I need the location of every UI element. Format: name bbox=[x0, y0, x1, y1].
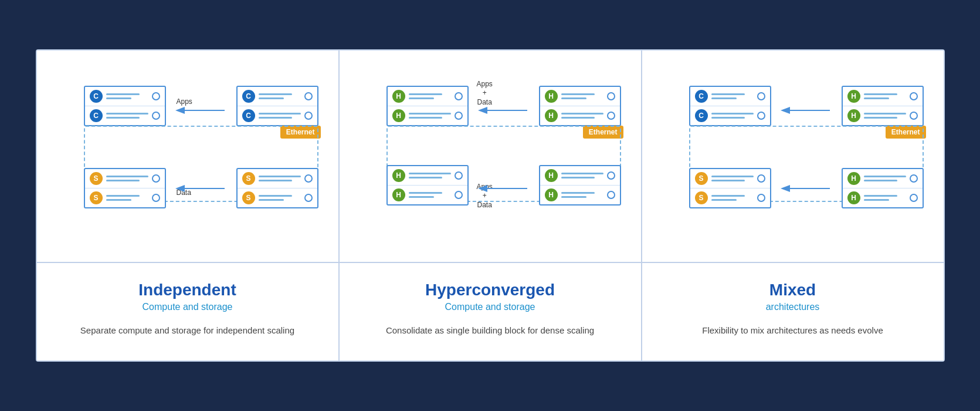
server-row: H bbox=[540, 166, 620, 186]
server-row: S bbox=[238, 169, 317, 188]
independent-title: Independent bbox=[49, 281, 327, 299]
node-h: H bbox=[545, 109, 558, 122]
node-h: H bbox=[545, 188, 558, 201]
diagrams-section: C C bbox=[37, 50, 944, 263]
hyperconverged-description: Consolidate as single building block for… bbox=[351, 324, 629, 338]
node-s: S bbox=[90, 191, 103, 204]
hyperconverged-diagram-card: H H bbox=[340, 50, 642, 262]
node-h: H bbox=[847, 191, 860, 204]
server-block-tl: H H bbox=[386, 86, 469, 126]
independent-subtitle: Compute and storage bbox=[49, 302, 327, 312]
arrow-svg bbox=[477, 105, 536, 116]
server-row: H bbox=[843, 188, 923, 207]
arrow-svg-bottom bbox=[175, 183, 233, 194]
server-row: H bbox=[843, 106, 923, 125]
independent-description: Separate compute and storage for indepen… bbox=[49, 324, 327, 338]
server-row: H bbox=[540, 106, 620, 125]
server-block-bl: S S bbox=[84, 168, 166, 208]
independent-bottom-card: Independent Compute and storage Separate… bbox=[37, 263, 340, 361]
hyperconverged-bottom-card: Hyperconverged Compute and storage Conso… bbox=[340, 263, 642, 361]
node-c: C bbox=[242, 90, 255, 103]
server-row: C bbox=[238, 87, 317, 106]
hyperconverged-title: Hyperconverged bbox=[351, 281, 629, 299]
server-row: H bbox=[540, 87, 620, 106]
apps-data-top-label: Apps+Data bbox=[477, 80, 493, 107]
server-block-tr: C C bbox=[236, 86, 318, 126]
server-row: H bbox=[388, 87, 467, 106]
server-row: C bbox=[85, 87, 165, 106]
hyperconverged-diagram: H H bbox=[351, 68, 629, 250]
server-block-bl: H H bbox=[386, 165, 469, 206]
server-row: C bbox=[238, 106, 317, 125]
arrow-svg bbox=[175, 105, 233, 116]
server-row: H bbox=[388, 186, 467, 204]
server-row: C bbox=[690, 87, 770, 106]
server-block-br: H H bbox=[842, 168, 924, 208]
mixed-title: Mixed bbox=[654, 281, 932, 299]
server-row: H bbox=[388, 106, 467, 125]
server-block-br: S S bbox=[236, 168, 318, 208]
server-block-tl: C C bbox=[84, 86, 166, 126]
node-h: H bbox=[545, 169, 558, 182]
server-row: S bbox=[690, 169, 770, 188]
server-row: H bbox=[540, 186, 620, 204]
server-block-tr: H H bbox=[539, 86, 621, 126]
node-s: S bbox=[90, 172, 103, 185]
server-row: S bbox=[238, 188, 317, 207]
node-h: H bbox=[847, 109, 860, 122]
mixed-diagram-card: C C bbox=[642, 50, 944, 262]
node-c: C bbox=[90, 109, 103, 122]
server-block-tl: C C bbox=[689, 86, 771, 126]
node-s: S bbox=[242, 191, 255, 204]
mixed-diagram: C C bbox=[654, 68, 932, 250]
node-h: H bbox=[392, 188, 405, 201]
arrow-svg bbox=[780, 105, 839, 116]
node-h: H bbox=[847, 90, 860, 103]
node-h: H bbox=[847, 172, 860, 185]
descriptions-section: Independent Compute and storage Separate… bbox=[37, 263, 944, 361]
node-h: H bbox=[392, 169, 405, 182]
server-row: H bbox=[843, 169, 923, 188]
server-block-tr: H H bbox=[842, 86, 924, 126]
server-row: S bbox=[85, 188, 165, 207]
node-c: C bbox=[695, 109, 708, 122]
node-h: H bbox=[392, 109, 405, 122]
node-s: S bbox=[695, 191, 708, 204]
node-h: H bbox=[545, 90, 558, 103]
node-h: H bbox=[392, 90, 405, 103]
node-c: C bbox=[90, 90, 103, 103]
mixed-bottom-card: Mixed architectures Flexibility to mix a… bbox=[642, 263, 944, 361]
server-row: H bbox=[843, 87, 923, 106]
server-row: C bbox=[690, 106, 770, 125]
server-block-br: H H bbox=[539, 165, 621, 206]
server-block-bl: S S bbox=[689, 168, 771, 208]
server-row: H bbox=[388, 166, 467, 186]
server-row: C bbox=[85, 106, 165, 125]
independent-diagram-card: C C bbox=[37, 50, 340, 262]
node-c: C bbox=[695, 90, 708, 103]
main-container: C C bbox=[36, 49, 945, 362]
arrow-svg-bottom bbox=[477, 183, 536, 194]
independent-diagram: C C bbox=[49, 68, 327, 250]
mixed-description: Flexibility to mix architectures as need… bbox=[654, 324, 932, 338]
server-row: S bbox=[690, 188, 770, 207]
mixed-subtitle: architectures bbox=[654, 302, 932, 312]
arrow-svg-bottom bbox=[780, 183, 839, 194]
node-s: S bbox=[242, 172, 255, 185]
server-row: S bbox=[85, 169, 165, 188]
node-s: S bbox=[695, 172, 708, 185]
node-c: C bbox=[242, 109, 255, 122]
hyperconverged-subtitle: Compute and storage bbox=[351, 302, 629, 312]
